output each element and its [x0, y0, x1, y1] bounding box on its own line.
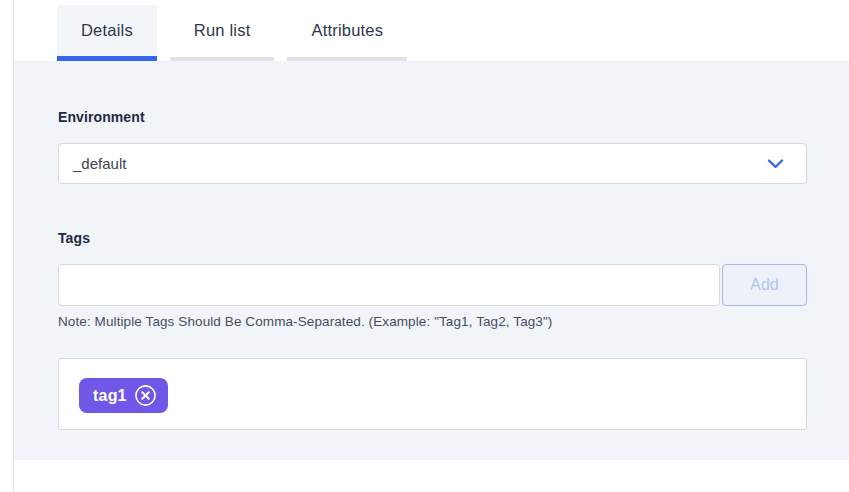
tab-attributes-underline [287, 57, 407, 61]
tag-chip: tag1 [79, 378, 168, 413]
environment-label: Environment [58, 109, 807, 125]
environment-section: Environment _default [58, 109, 807, 184]
details-tab-content: Environment _default Tags Add No [14, 61, 849, 460]
tags-section: Tags Add Note: Multiple Tags Should Be C… [58, 230, 807, 430]
add-tag-button[interactable]: Add [722, 264, 807, 306]
content-panel: Details Run list Attributes Environment … [13, 0, 849, 492]
tab-run-list[interactable]: Run list [170, 5, 275, 61]
tags-note: Note: Multiple Tags Should Be Comma-Sepa… [58, 314, 807, 329]
tags-input[interactable] [58, 264, 720, 306]
chevron-down-icon [767, 158, 784, 170]
tab-bar: Details Run list Attributes [14, 0, 849, 61]
tab-attributes[interactable]: Attributes [287, 5, 407, 61]
tab-attributes-label: Attributes [287, 5, 407, 56]
environment-select[interactable]: _default [58, 143, 807, 184]
tab-details[interactable]: Details [57, 5, 157, 61]
close-icon[interactable] [134, 384, 157, 407]
tags-input-row: Add [58, 264, 807, 306]
tab-details-underline [57, 56, 157, 61]
tab-run-list-label: Run list [170, 5, 275, 56]
tag-chips-container: tag1 [58, 358, 807, 430]
environment-selected-value: _default [73, 155, 126, 172]
tag-chip-label: tag1 [93, 387, 127, 405]
tab-run-list-underline [170, 57, 275, 61]
tags-label: Tags [58, 230, 807, 246]
edit-node-dialog: Details Run list Attributes Environment … [0, 0, 849, 492]
tab-details-label: Details [57, 5, 157, 56]
